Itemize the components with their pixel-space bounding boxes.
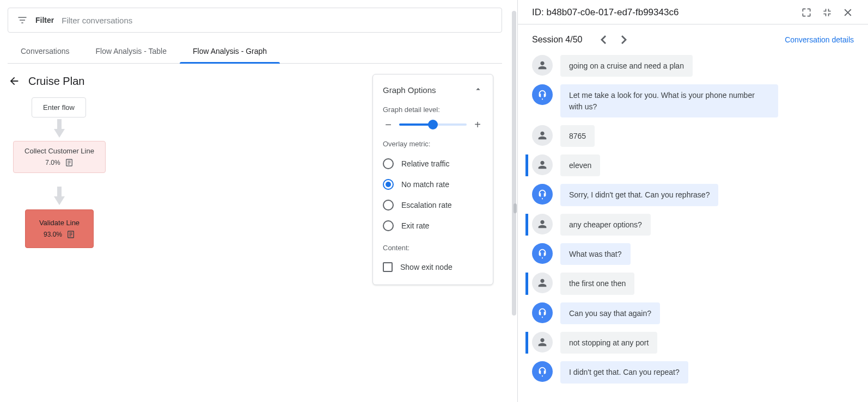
- radio-icon: [383, 158, 394, 169]
- message-bubble: going on a cruise and need a plan: [560, 55, 693, 77]
- filter-label: Filter: [35, 16, 54, 24]
- tabs: Conversations Flow Analysis - Table Flow…: [8, 40, 502, 64]
- user-avatar-icon: [532, 154, 553, 175]
- filter-bar[interactable]: Filter Filter conversations: [8, 8, 502, 33]
- radio-icon: [383, 220, 394, 231]
- message-bubble: not stopping at any port: [560, 332, 657, 354]
- flow-title: Cruise Plan: [28, 75, 84, 88]
- slider-plus-button[interactable]: +: [472, 119, 483, 130]
- node-enter-flow[interactable]: Enter flow: [32, 97, 86, 117]
- user-avatar-icon: [532, 125, 553, 146]
- radio-icon: [383, 200, 394, 211]
- node-metric-row: 93.0%: [31, 230, 88, 239]
- fullscreen-icon[interactable]: [800, 7, 812, 18]
- message-row[interactable]: any cheaper options?: [525, 214, 854, 236]
- message-bubble: any cheaper options?: [560, 214, 651, 236]
- radio-label: Escalation rate: [401, 201, 452, 209]
- message-bubble: Let me take a look for you. What is your…: [560, 84, 778, 117]
- left-pane: Filter Filter conversations Conversation…: [0, 0, 517, 402]
- message-row[interactable]: Can you say that again?: [525, 302, 854, 324]
- radio-escalation-rate[interactable]: Escalation rate: [383, 195, 483, 215]
- tab-flow-graph[interactable]: Flow Analysis - Graph: [180, 40, 280, 63]
- node-label: Enter flow: [43, 103, 75, 112]
- message-row[interactable]: Sorry, I didn't get that. Can you rephra…: [525, 184, 854, 206]
- agent-avatar-icon: [532, 361, 553, 382]
- right-pane: ID: b48b07-c0e-017-ed7-fb99343c6 Session…: [518, 0, 868, 402]
- conversation-header: ID: b48b07-c0e-017-ed7-fb99343c6: [518, 0, 868, 24]
- node-metric: 7.0%: [45, 159, 60, 166]
- scrollbar-thumb[interactable]: [512, 11, 516, 316]
- message-bubble: What was that?: [560, 243, 631, 265]
- radio-no-match-rate[interactable]: No match rate: [383, 174, 483, 195]
- header-icon-group: [800, 7, 854, 18]
- log-icon[interactable]: [66, 230, 75, 239]
- slider-track[interactable]: [399, 123, 467, 126]
- radio-icon: [383, 179, 394, 190]
- session-nav: Session 4/50: [532, 32, 632, 47]
- radio-exit-rate[interactable]: Exit rate: [383, 215, 483, 236]
- edge-indicator: [514, 203, 517, 213]
- log-icon[interactable]: [65, 158, 74, 167]
- back-arrow-icon[interactable]: [8, 75, 21, 88]
- detail-slider[interactable]: − +: [383, 119, 483, 130]
- graph-options-panel: Graph Options Graph detail level: − + Ov…: [372, 74, 493, 285]
- session-subheader: Session 4/50 Conversation details: [518, 24, 868, 47]
- node-validate-line[interactable]: Validate Line 93.0%: [25, 209, 94, 248]
- graph-options-title: Graph Options: [383, 85, 436, 95]
- session-label: Session 4/50: [532, 35, 583, 45]
- user-avatar-icon: [532, 55, 553, 76]
- graph-options-header[interactable]: Graph Options: [383, 84, 483, 96]
- overlay-metric-label: Overlay metric:: [383, 140, 483, 148]
- radio-relative-traffic[interactable]: Relative traffic: [383, 153, 483, 174]
- scrollbar-track[interactable]: [511, 71, 517, 397]
- node-label: Validate Line: [31, 219, 88, 227]
- message-row[interactable]: What was that?: [525, 243, 854, 265]
- node-collect-customer-line[interactable]: Collect Customer Line 7.0%: [13, 141, 106, 173]
- tab-conversations[interactable]: Conversations: [8, 40, 83, 63]
- checkbox-icon: [383, 262, 393, 272]
- exit-fullscreen-icon[interactable]: [821, 7, 833, 18]
- message-row[interactable]: eleven: [525, 154, 854, 176]
- checkbox-show-exit-node[interactable]: Show exit node: [383, 257, 483, 277]
- agent-avatar-icon: [532, 243, 553, 264]
- filter-icon: [17, 15, 28, 26]
- arrow-connector: [54, 187, 65, 205]
- detail-level-label: Graph detail level:: [383, 106, 483, 114]
- message-row[interactable]: not stopping at any port: [525, 332, 854, 354]
- node-label: Collect Customer Line: [21, 147, 97, 155]
- message-bubble: I didn't get that. Can you repeat?: [560, 361, 688, 383]
- message-bubble: 8765: [560, 125, 595, 147]
- message-bubble: Can you say that again?: [560, 302, 660, 324]
- message-bubble: the first one then: [560, 273, 634, 294]
- agent-avatar-icon: [532, 184, 553, 205]
- content-label: Content:: [383, 244, 483, 252]
- message-row[interactable]: 8765: [525, 125, 854, 147]
- radio-label: Relative traffic: [401, 159, 449, 168]
- next-session-button[interactable]: [616, 32, 632, 47]
- message-row[interactable]: going on a cruise and need a plan: [525, 55, 854, 77]
- message-bubble: eleven: [560, 154, 600, 176]
- agent-avatar-icon: [532, 302, 553, 323]
- agent-avatar-icon: [532, 84, 553, 105]
- checkbox-label: Show exit node: [400, 263, 453, 271]
- message-row[interactable]: the first one then: [525, 273, 854, 294]
- message-row[interactable]: I didn't get that. Can you repeat?: [525, 361, 854, 383]
- tab-flow-table[interactable]: Flow Analysis - Table: [83, 40, 180, 63]
- radio-label: Exit rate: [401, 221, 429, 230]
- prev-session-button[interactable]: [596, 32, 611, 47]
- user-avatar-icon: [532, 332, 553, 352]
- close-icon[interactable]: [842, 7, 854, 18]
- filter-placeholder: Filter conversations: [62, 16, 132, 25]
- conversation-details-link[interactable]: Conversation details: [785, 35, 854, 44]
- node-metric: 93.0%: [44, 231, 62, 238]
- slider-thumb[interactable]: [428, 120, 438, 129]
- user-avatar-icon: [532, 214, 553, 234]
- arrow-connector: [54, 119, 65, 138]
- conversation-id: ID: b48b07-c0e-017-ed7-fb99343c6: [532, 7, 678, 18]
- slider-minus-button[interactable]: −: [383, 119, 394, 130]
- user-avatar-icon: [532, 273, 553, 293]
- message-row[interactable]: Let me take a look for you. What is your…: [525, 84, 854, 117]
- messages-list[interactable]: going on a cruise and need a planLet me …: [518, 47, 868, 402]
- radio-label: No match rate: [401, 180, 449, 189]
- chevron-up-icon[interactable]: [473, 84, 483, 96]
